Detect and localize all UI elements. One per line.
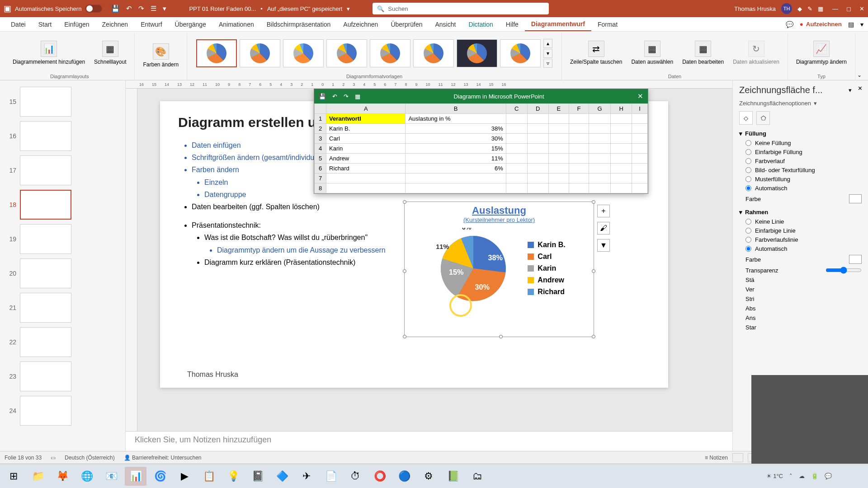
battery-icon[interactable]: 🔋 <box>811 473 818 479</box>
cap-row[interactable]: Abs <box>745 305 862 312</box>
selection-handle[interactable] <box>403 269 406 273</box>
tab-aufzeichnen[interactable]: Aufzeichnen <box>337 18 384 31</box>
toggle-switch[interactable] <box>85 5 102 13</box>
style-gallery-more[interactable]: ▿ <box>543 59 552 68</box>
tab-entwurf[interactable]: Entwurf <box>134 18 168 31</box>
weather-widget[interactable]: ☀ 1°C <box>766 473 783 479</box>
border-gradient-radio[interactable]: Farbverlaufslinie <box>745 236 862 243</box>
settings-icon[interactable]: ⚙ <box>418 467 439 486</box>
style-scroll-up[interactable]: ▴ <box>543 39 552 48</box>
save-icon[interactable]: 💾 <box>111 5 120 13</box>
redo-icon[interactable]: ↷ <box>138 5 144 13</box>
pen-icon[interactable]: ✎ <box>807 5 812 12</box>
tab-zeichnen[interactable]: Zeichnen <box>96 18 135 31</box>
fill-tab-icon[interactable]: ◇ <box>739 111 753 125</box>
excel-grid[interactable]: ABCDEFGHI 1VerantwortlAuslastung in % 2K… <box>314 103 648 193</box>
excel-close-icon[interactable]: ✕ <box>637 92 643 100</box>
border-section[interactable]: ▾ Rahmen <box>739 209 862 216</box>
join-row[interactable]: Ans <box>745 314 862 321</box>
app-icon-1[interactable]: 🌀 <box>149 467 171 486</box>
excel-data-window[interactable]: 💾 ↶ ↷ ▦ Diagramm in Microsoft PowerPoint… <box>314 89 648 194</box>
record-button[interactable]: Aufzeichnen <box>800 21 842 28</box>
thumb-18[interactable]: 18 <box>5 190 121 220</box>
start-button[interactable]: ⊞ <box>3 467 24 486</box>
normal-view-icon[interactable] <box>732 453 743 462</box>
selection-handle[interactable] <box>499 335 503 338</box>
chart-style-2[interactable] <box>240 39 280 67</box>
powerpoint-icon[interactable]: 📊 <box>125 467 146 486</box>
onenote-icon[interactable]: 📓 <box>247 467 269 486</box>
border-color-row[interactable]: Farbe <box>745 255 862 264</box>
firefox-icon[interactable]: 🦊 <box>52 467 73 486</box>
border-solid-radio[interactable]: Einfarbige Linie <box>745 227 862 234</box>
width-row[interactable]: Stä <box>745 277 862 283</box>
app-icon-3[interactable]: 💡 <box>222 467 244 486</box>
dropdown-icon[interactable]: ▾ <box>347 5 350 12</box>
chart-style-5[interactable] <box>370 39 410 67</box>
spellcheck-icon[interactable]: ▭ <box>51 455 56 461</box>
app-icon-4[interactable]: 🔷 <box>271 467 293 486</box>
maximize-icon[interactable]: ◻ <box>846 5 851 12</box>
calendar-icon[interactable]: ▦ <box>818 5 823 12</box>
app-icon-7[interactable]: ⭕ <box>369 467 391 486</box>
fill-auto-radio[interactable]: Automatisch <box>745 185 862 192</box>
chart-style-3[interactable] <box>283 39 324 67</box>
tab-start[interactable]: Start <box>32 18 58 31</box>
chart-style-7[interactable] <box>457 39 497 67</box>
tab-bildschirm[interactable]: Bildschirmpräsentation <box>260 18 337 31</box>
chart-subtitle[interactable]: (Kursteilnehmer pro Lektor) <box>405 216 594 223</box>
accessibility-icon[interactable]: 👤 Barrierefreiheit: Untersuchen <box>124 455 202 461</box>
thumb-19[interactable]: 19 <box>5 224 121 254</box>
pie-chart[interactable]: Auslastung (Kursteilnehmer pro Lektor) 3… <box>404 202 594 337</box>
autosave-toggle[interactable]: Automatisches Speichern <box>15 5 102 13</box>
plot-area-options[interactable]: Zeichnungsflächenoptionen ▾ <box>739 100 862 107</box>
pane-close-icon[interactable]: ✕ <box>858 85 863 92</box>
notification-icon[interactable]: 💬 <box>825 473 832 479</box>
selection-handle[interactable] <box>403 200 406 204</box>
effects-tab-icon[interactable]: ⬠ <box>756 111 770 125</box>
chart-filters-button[interactable]: ▼ <box>597 239 610 252</box>
outlook-icon[interactable]: 📧 <box>100 467 122 486</box>
tab-ueberpruefen[interactable]: Überprüfen <box>384 18 429 31</box>
selection-handle[interactable] <box>592 335 595 338</box>
notes-toggle[interactable]: ≡ Notizen <box>705 455 728 461</box>
excel-save-icon[interactable]: 💾 <box>319 93 326 100</box>
border-auto-radio[interactable]: Automatisch <box>745 245 862 252</box>
dash-row[interactable]: Stri <box>745 296 862 302</box>
refresh-data-button[interactable]: ↻Daten aktualisieren <box>729 39 783 67</box>
fill-section[interactable]: ▾ Füllung <box>739 130 862 137</box>
cloud-icon[interactable]: ☁ <box>799 473 805 479</box>
app-icon-2[interactable]: 📋 <box>198 467 220 486</box>
undo-icon[interactable]: ↶ <box>126 5 132 13</box>
language-indicator[interactable]: Deutsch (Österreich) <box>65 455 115 461</box>
slide-canvas[interactable]: Diagramm erstellen und formatieren Daten… <box>137 89 732 431</box>
quick-layout-button[interactable]: ▦Schnelllayout <box>90 39 130 67</box>
tray-chevron-icon[interactable]: ˄ <box>789 473 793 479</box>
chart-legend[interactable]: Karin B. Carl Karin Andrew Richard <box>528 237 565 300</box>
excel-grid-icon[interactable]: ▦ <box>355 93 360 100</box>
selection-handle[interactable] <box>403 335 406 338</box>
excel-header[interactable]: 💾 ↶ ↷ ▦ Diagramm in Microsoft PowerPoint… <box>314 89 648 103</box>
thumb-17[interactable]: 17 <box>5 155 121 185</box>
notes-pane[interactable]: Klicken Sie, um Notizen hinzuzufügen <box>126 431 732 451</box>
border-none-radio[interactable]: Keine Linie <box>745 218 862 225</box>
touch-mode-icon[interactable]: ☰ <box>151 5 156 13</box>
user-name[interactable]: Thomas Hruska <box>734 5 776 12</box>
search-box[interactable]: 🔍 Suchen <box>373 3 549 14</box>
app-icon-5[interactable]: 📄 <box>320 467 342 486</box>
change-chart-type-button[interactable]: 📈Diagrammtyp ändern <box>793 39 850 67</box>
slide-counter[interactable]: Folie 18 von 33 <box>5 455 42 461</box>
close-icon[interactable]: ✕ <box>859 5 864 12</box>
fill-color-row[interactable]: Farbe <box>745 194 862 203</box>
chart-style-1[interactable] <box>196 39 237 67</box>
excel-redo-icon[interactable]: ↷ <box>344 93 349 100</box>
fill-pattern-radio[interactable]: Musterfüllung <box>745 176 862 183</box>
arrow-row[interactable]: Star <box>745 324 862 331</box>
telegram-icon[interactable]: ✈ <box>296 467 317 486</box>
chart-style-6[interactable] <box>413 39 454 67</box>
tab-uebergaenge[interactable]: Übergänge <box>169 18 212 31</box>
switch-row-col-button[interactable]: ⇄Zeile/Spalte tauschen <box>566 39 626 67</box>
tab-animationen[interactable]: Animationen <box>212 18 260 31</box>
compound-row[interactable]: Ver <box>745 286 862 293</box>
tab-datei[interactable]: Datei <box>5 18 32 31</box>
